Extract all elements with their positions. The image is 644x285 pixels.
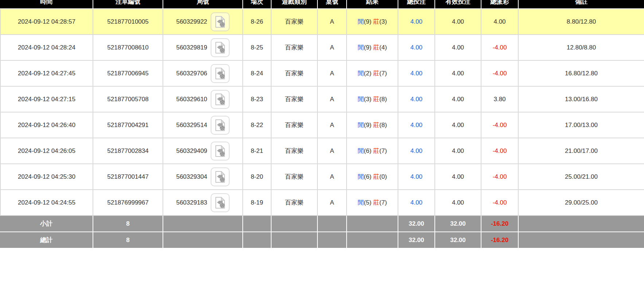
cell-empty xyxy=(243,216,272,232)
cell-result: 閒(9) 莊(4) xyxy=(347,35,398,61)
cell-payout: -4.00 xyxy=(481,138,519,164)
cell-order-no: 521877010005 xyxy=(93,9,163,35)
cell-empty xyxy=(243,232,272,249)
cell-table-no: A xyxy=(318,35,347,61)
result-banker-label: 莊 xyxy=(373,199,379,206)
video-file-icon xyxy=(214,93,227,106)
cell-session: 8-25 xyxy=(243,35,272,61)
cell-time: 2024-09-12 04:26:05 xyxy=(0,138,93,164)
result-banker-label: 莊 xyxy=(373,44,379,51)
cell-session: 8-20 xyxy=(243,164,272,190)
cell-payout: -4.00 xyxy=(481,164,519,190)
cell-table-no: A xyxy=(318,138,347,164)
video-replay-button[interactable] xyxy=(211,38,230,57)
cell-valid-bet: 4.00 xyxy=(435,138,481,164)
result-banker-label: 莊 xyxy=(373,173,379,180)
result-banker-score: (8) xyxy=(379,96,387,103)
cell-table-no: A xyxy=(318,164,347,190)
result-player-label: 閒 xyxy=(358,44,364,51)
cell-total-bet: 4.00 xyxy=(398,164,435,190)
cell-remark: 29.00/25.00 xyxy=(519,190,644,216)
cell-valid-bet: 4.00 xyxy=(435,35,481,61)
result-player-score: (9) xyxy=(364,122,371,128)
video-file-icon xyxy=(214,41,227,54)
grand-total-payout: -16.20 xyxy=(481,232,519,249)
cell-session: 8-21 xyxy=(243,138,272,164)
cell-round-no: 560329819 xyxy=(163,35,243,61)
cell-total-bet: 4.00 xyxy=(398,190,435,216)
subtotal-payout: -16.20 xyxy=(481,216,519,232)
result-player-label: 閒 xyxy=(358,147,364,154)
table-header: 時間 注單編號 局號 場次 遊戲類別 桌號 結果 總投注 有效投注 總派彩 備註 xyxy=(0,0,644,9)
cell-time: 2024-09-12 04:26:40 xyxy=(0,112,93,138)
column-header-order-no: 注單編號 xyxy=(93,0,163,9)
result-player-score: (9) xyxy=(364,44,371,51)
cell-time: 2024-09-12 04:27:15 xyxy=(0,87,93,112)
cell-result: 閒(6) 莊(7) xyxy=(347,138,398,164)
column-header-session: 場次 xyxy=(243,0,272,9)
grand-total-row: 總計 8 32.00 32.00 -16.20 xyxy=(0,232,644,249)
cell-round-no: 560329304 xyxy=(163,164,243,190)
cell-empty xyxy=(163,216,243,232)
table-row: 2024-09-12 04:26:40 521877004291 5603295… xyxy=(0,112,644,138)
result-player-label: 閒 xyxy=(358,122,364,128)
table-row: 2024-09-12 04:24:55 521876999967 5603291… xyxy=(0,190,644,216)
cell-empty xyxy=(163,232,243,249)
subtotal-valid-bet: 32.00 xyxy=(435,216,481,232)
column-header-round-no: 局號 xyxy=(163,0,243,9)
bet-history-table: 時間 注單編號 局號 場次 遊戲類別 桌號 結果 總投注 有效投注 總派彩 備註… xyxy=(0,0,644,249)
cell-order-no: 521876999967 xyxy=(93,190,163,216)
subtotal-total-bet: 32.00 xyxy=(398,216,435,232)
cell-session: 8-23 xyxy=(243,87,272,112)
grand-total-valid-bet: 32.00 xyxy=(435,232,481,249)
cell-total-bet: 4.00 xyxy=(398,112,435,138)
cell-game-type: 百家樂 xyxy=(272,35,318,61)
cell-payout: -4.00 xyxy=(481,112,519,138)
video-replay-button[interactable] xyxy=(211,167,230,186)
video-replay-button[interactable] xyxy=(211,12,230,31)
cell-payout: 3.80 xyxy=(481,87,519,112)
cell-session: 8-22 xyxy=(243,112,272,138)
cell-empty xyxy=(347,232,398,249)
cell-valid-bet: 4.00 xyxy=(435,61,481,87)
cell-order-no: 521877004291 xyxy=(93,112,163,138)
cell-table-no: A xyxy=(318,87,347,112)
result-banker-score: (0) xyxy=(379,173,387,180)
result-banker-label: 莊 xyxy=(373,70,379,77)
round-no-text: 560329183 xyxy=(176,199,207,206)
cell-valid-bet: 4.00 xyxy=(435,9,481,35)
round-no-text: 560329922 xyxy=(176,18,207,25)
video-replay-button[interactable] xyxy=(211,90,230,109)
cell-empty xyxy=(519,216,644,232)
cell-session: 8-26 xyxy=(243,9,272,35)
result-player-score: (2) xyxy=(364,70,371,77)
table-footer: 小計 8 32.00 32.00 -16.20 總計 8 32.00 32.00… xyxy=(0,216,644,249)
cell-result: 閒(9) 莊(3) xyxy=(347,9,398,35)
video-replay-button[interactable] xyxy=(211,142,230,161)
subtotal-count: 8 xyxy=(93,216,163,232)
video-file-icon xyxy=(214,15,227,28)
cell-time: 2024-09-12 04:24:55 xyxy=(0,190,93,216)
cell-empty xyxy=(519,232,644,249)
cell-time: 2024-09-12 04:27:45 xyxy=(0,61,93,87)
video-replay-button[interactable] xyxy=(211,64,230,83)
cell-table-no: A xyxy=(318,61,347,87)
cell-result: 閒(5) 莊(7) xyxy=(347,190,398,216)
video-replay-button[interactable] xyxy=(211,116,230,135)
cell-order-no: 521877006945 xyxy=(93,61,163,87)
round-no-text: 560329706 xyxy=(176,70,207,77)
result-banker-label: 莊 xyxy=(373,122,379,128)
subtotal-row: 小計 8 32.00 32.00 -16.20 xyxy=(0,216,644,232)
cell-remark: 25.00/21.00 xyxy=(519,164,644,190)
cell-table-no: A xyxy=(318,112,347,138)
cell-empty xyxy=(272,216,318,232)
column-header-remark: 備註 xyxy=(519,0,644,9)
result-banker-score: (8) xyxy=(379,122,387,128)
cell-payout: 4.00 xyxy=(481,9,519,35)
cell-round-no: 560329610 xyxy=(163,87,243,112)
cell-payout: -4.00 xyxy=(481,61,519,87)
cell-total-bet: 4.00 xyxy=(398,9,435,35)
video-replay-button[interactable] xyxy=(211,193,230,212)
cell-remark: 21.00/17.00 xyxy=(519,138,644,164)
result-banker-score: (4) xyxy=(379,44,387,51)
